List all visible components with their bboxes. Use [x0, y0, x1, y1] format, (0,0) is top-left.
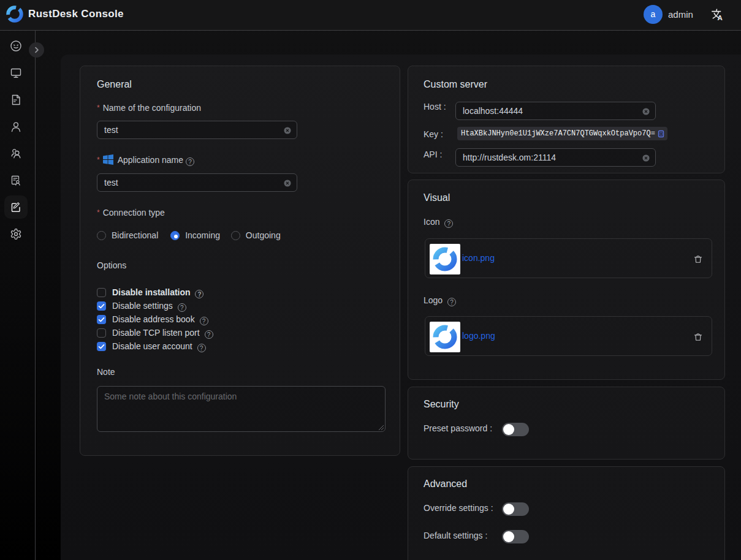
svg-text:A: A — [717, 14, 722, 21]
